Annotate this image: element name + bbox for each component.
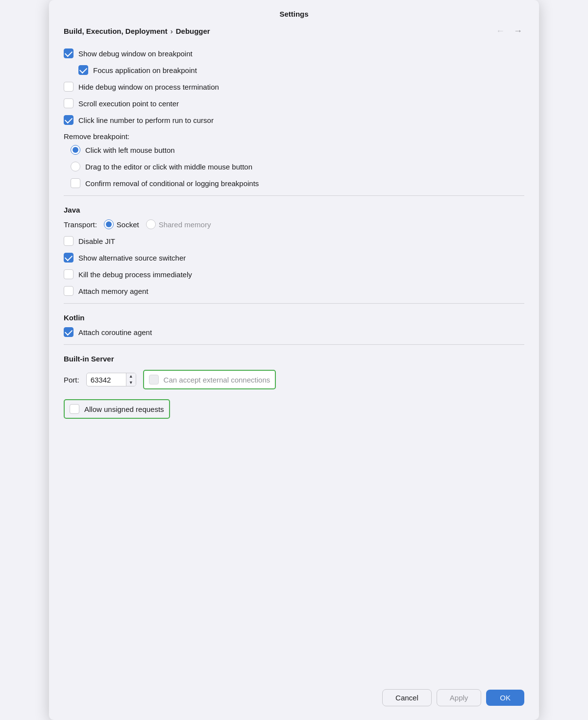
checkbox-click-line-number[interactable]: Click line number to perform run to curs… <box>64 112 524 128</box>
checkbox-attach-coroutine-box[interactable] <box>64 327 74 337</box>
port-input[interactable] <box>87 374 126 386</box>
checkbox-confirm-removal-box[interactable] <box>71 178 80 188</box>
checkbox-click-line-number-box[interactable] <box>64 115 74 125</box>
remove-breakpoint-label: Remove breakpoint: <box>64 128 524 142</box>
radio-shared-memory-label: Shared memory <box>159 220 211 229</box>
checkbox-focus-application-box[interactable] <box>78 65 88 75</box>
general-section: Show debug window on breakpoint Focus ap… <box>64 45 524 192</box>
checkbox-focus-application[interactable]: Focus application on breakpoint <box>64 62 524 78</box>
builtin-server-section: Built-in Server Port: ▲ ▼ Can accept ext… <box>64 350 524 419</box>
kotlin-section-header: Kotlin <box>64 309 524 324</box>
checkbox-show-debug-window-box[interactable] <box>64 48 74 58</box>
checkbox-kill-debug-box[interactable] <box>64 269 74 279</box>
radio-shared-memory-btn[interactable] <box>146 219 156 229</box>
radio-click-left-mouse-label: Click with left mouse button <box>85 146 175 154</box>
radio-click-left-mouse[interactable]: Click with left mouse button <box>64 142 524 158</box>
checkbox-show-alternative-box[interactable] <box>64 253 74 263</box>
can-accept-checkbox[interactable] <box>149 375 159 384</box>
checkbox-kill-debug-label: Kill the debug process immediately <box>78 270 192 279</box>
cancel-button[interactable]: Cancel <box>382 689 432 706</box>
transport-label: Transport: <box>64 220 97 229</box>
can-accept-label: Can accept external connections <box>164 376 270 384</box>
back-button[interactable]: ← <box>494 25 507 37</box>
java-section-header: Java <box>64 201 524 216</box>
breadcrumb-current: Debugger <box>176 27 210 35</box>
breadcrumb-parent[interactable]: Build, Execution, Deployment <box>64 27 168 35</box>
checkbox-attach-memory-label: Attach memory agent <box>78 287 148 295</box>
checkbox-scroll-execution-box[interactable] <box>64 98 74 108</box>
kotlin-divider <box>64 303 524 304</box>
checkbox-scroll-execution-label: Scroll execution point to center <box>78 99 179 108</box>
builtin-server-divider <box>64 344 524 345</box>
checkbox-attach-memory[interactable]: Attach memory agent <box>64 283 524 299</box>
checkbox-focus-application-label: Focus application on breakpoint <box>93 66 197 74</box>
port-row: Port: ▲ ▼ Can accept external connection… <box>64 365 524 394</box>
allow-unsigned-checkbox[interactable] <box>70 404 79 414</box>
allow-unsigned-label: Allow unsigned requests <box>84 405 164 413</box>
checkbox-disable-jit[interactable]: Disable JIT <box>64 233 524 249</box>
radio-click-left-mouse-btn[interactable] <box>71 145 80 155</box>
radio-drag-editor[interactable]: Drag to the editor or click with middle … <box>64 158 524 175</box>
checkbox-attach-coroutine-label: Attach coroutine agent <box>78 328 152 336</box>
port-input-wrapper[interactable]: ▲ ▼ <box>86 373 136 386</box>
checkbox-scroll-execution[interactable]: Scroll execution point to center <box>64 95 524 112</box>
checkbox-disable-jit-label: Disable JIT <box>78 237 115 245</box>
checkbox-confirm-removal-label: Confirm removal of conditional or loggin… <box>85 179 259 188</box>
checkbox-show-alternative[interactable]: Show alternative source switcher <box>64 249 524 266</box>
allow-unsigned-row[interactable]: Allow unsigned requests <box>64 399 170 419</box>
java-divider <box>64 195 524 196</box>
spinner-up[interactable]: ▲ <box>126 373 136 380</box>
apply-button[interactable]: Apply <box>437 689 482 706</box>
radio-socket-label: Socket <box>117 220 139 229</box>
spinner-down[interactable]: ▼ <box>126 380 136 386</box>
checkbox-show-alternative-label: Show alternative source switcher <box>78 254 186 262</box>
checkbox-attach-memory-box[interactable] <box>64 286 74 296</box>
port-label: Port: <box>64 376 79 384</box>
checkbox-click-line-number-label: Click line number to perform run to curs… <box>78 116 214 124</box>
port-spinner: ▲ ▼ <box>126 373 136 386</box>
checkbox-hide-debug-box[interactable] <box>64 82 74 92</box>
breadcrumb-bar: Build, Execution, Deployment › Debugger … <box>49 25 539 45</box>
checkbox-hide-debug-label: Hide debug window on process termination <box>78 83 219 91</box>
checkbox-confirm-removal-row[interactable]: Confirm removal of conditional or loggin… <box>64 175 524 192</box>
radio-drag-editor-label: Drag to the editor or click with middle … <box>85 163 252 171</box>
checkbox-show-debug-window[interactable]: Show debug window on breakpoint <box>64 45 524 62</box>
radio-drag-editor-btn[interactable] <box>71 162 80 171</box>
kotlin-section: Kotlin Attach coroutine agent <box>64 309 524 340</box>
settings-dialog: Settings Build, Execution, Deployment › … <box>49 0 539 720</box>
dialog-title: Settings <box>49 0 539 25</box>
java-section: Java Transport: Socket Shared memory Dis… <box>64 201 524 299</box>
checkbox-disable-jit-box[interactable] <box>64 236 74 246</box>
nav-arrows: ← → <box>494 25 524 37</box>
checkbox-hide-debug[interactable]: Hide debug window on process termination <box>64 78 524 95</box>
checkbox-kill-debug[interactable]: Kill the debug process immediately <box>64 266 524 283</box>
radio-shared-memory-option[interactable]: Shared memory <box>146 219 211 229</box>
builtin-server-header: Built-in Server <box>64 350 524 365</box>
transport-row: Transport: Socket Shared memory <box>64 216 524 233</box>
forward-button[interactable]: → <box>512 25 524 37</box>
breadcrumb: Build, Execution, Deployment › Debugger <box>64 27 210 35</box>
ok-button[interactable]: OK <box>486 690 524 706</box>
checkbox-show-debug-window-label: Show debug window on breakpoint <box>78 49 193 58</box>
can-accept-row[interactable]: Can accept external connections <box>143 370 276 389</box>
radio-socket-btn[interactable] <box>104 219 114 229</box>
checkbox-attach-coroutine[interactable]: Attach coroutine agent <box>64 324 524 340</box>
content-area: Show debug window on breakpoint Focus ap… <box>49 45 539 679</box>
breadcrumb-separator: › <box>171 27 173 35</box>
footer: Cancel Apply OK <box>49 679 539 720</box>
radio-socket-option[interactable]: Socket <box>104 219 139 229</box>
